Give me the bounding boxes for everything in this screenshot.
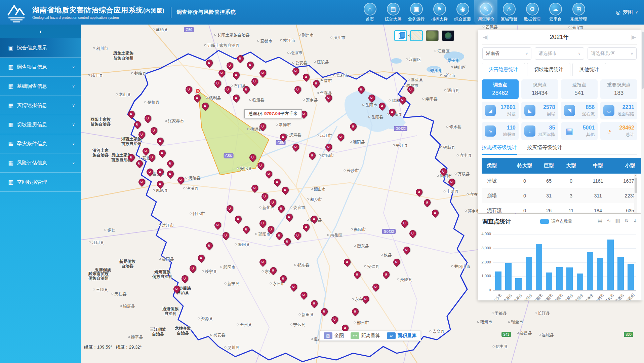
prev-year-arrow-icon[interactable]: ◀ xyxy=(482,34,489,41)
scroll-up-icon[interactable]: ▲ xyxy=(634,174,637,177)
nav-系统管理[interactable]: ⊞系统管理 xyxy=(567,0,590,25)
nav-云平台[interactable]: ☁云平台 xyxy=(544,0,567,25)
summary-value: 183 xyxy=(614,90,623,97)
panel-scrollbar[interactable] xyxy=(641,30,644,300)
street-basemap-thumb[interactable] xyxy=(410,30,423,41)
sidebar-item-切坡建房信息[interactable]: ▦切坡建房信息∨ xyxy=(0,115,81,134)
stat-subtabs: 按规模等级统计按灾情等级统计 xyxy=(482,144,637,155)
chevron-down-icon: ∨ xyxy=(525,51,528,56)
region-select[interactable]: 请选择市∨ xyxy=(535,47,584,60)
bar-怀化市[interactable] xyxy=(607,240,614,290)
map-place-label: 侗族自治州 xyxy=(88,276,109,281)
map-place-label: 平江县 xyxy=(393,143,408,148)
bar-郴州市[interactable] xyxy=(587,252,593,290)
sidebar-item-风险评估信息[interactable]: ▦风险评估信息∨ xyxy=(0,153,81,173)
nav-综合大屏[interactable]: ▤综合大屏 xyxy=(381,0,405,25)
table-scrollbar[interactable]: ▲ ▼ xyxy=(634,174,637,213)
x-axis-label: 郴州市 xyxy=(583,293,595,300)
map-place-label: 郴州市 xyxy=(354,320,369,326)
subtab-按规模等级统计[interactable]: 按规模等级统计 xyxy=(482,144,517,155)
map-place-label: 苗族自治州 xyxy=(121,141,142,147)
nav-区域预警[interactable]: ⚠区域预警 xyxy=(497,0,521,25)
summary-card-重要隐患点[interactable]: 重要隐患点183 xyxy=(600,79,637,99)
bar-永州市[interactable] xyxy=(597,258,603,290)
bar-湘西州[interactable] xyxy=(628,264,634,290)
sidebar-item-灾情速报信息[interactable]: ▦灾情速报信息∨ xyxy=(0,96,81,115)
app-title: 湖南省地质灾害防治综合应用系统 xyxy=(32,6,143,14)
map-tool-距离量算[interactable]: ⊶距离量算 xyxy=(351,332,380,339)
nav-首页[interactable]: ⌂首页 xyxy=(358,0,381,25)
bar-常德市[interactable] xyxy=(556,267,563,290)
subsystem-title: 调查评价与风险管控系统 xyxy=(177,9,236,15)
region-select[interactable]: 湖南省∨ xyxy=(482,47,531,60)
nav-label: 业务运行 xyxy=(408,16,425,22)
summary-value: 18434 xyxy=(532,90,548,97)
ground-collapse-icon: ◡ xyxy=(603,105,614,116)
sidebar-item-综合信息展示[interactable]: ▣综合信息展示 xyxy=(0,38,81,58)
sidebar-item-调查项目信息[interactable]: ▦调查项目信息∨ xyxy=(0,58,81,77)
select-value: 请选择县/区 xyxy=(591,50,615,57)
bar-岳阳市[interactable] xyxy=(546,273,552,290)
summary-card-调查点[interactable]: 调查点28462 xyxy=(482,79,519,99)
nav-label: 区域预警 xyxy=(501,16,518,22)
scale-stat-table: 类型特大型巨型大型中型小型 滑坡0650116116375崩塌031331122… xyxy=(482,158,637,213)
map-tool-全图[interactable]: ▧全图 xyxy=(324,332,344,339)
summary-cards: 调查点28462隐患点18434速报点541重要隐患点183 xyxy=(482,79,637,99)
tab-切坡建房统计[interactable]: 切坡建房统计 xyxy=(527,63,570,76)
bar-长沙市[interactable] xyxy=(495,271,501,290)
subtab-按灾情等级统计[interactable]: 按灾情等级统计 xyxy=(527,144,562,155)
satellite-basemap-thumb[interactable] xyxy=(426,30,439,41)
table-row: 滑坡0650116116375 xyxy=(482,174,637,188)
chevron-down-icon: ∨ xyxy=(578,51,581,56)
map-place-label: 江夏区 xyxy=(435,48,450,54)
sidebar-item-label: 灾情速报信息 xyxy=(17,102,47,109)
nav-数据管理[interactable]: ⚙数据管理 xyxy=(521,0,544,25)
bar-株洲市[interactable] xyxy=(505,263,512,290)
summary-card-隐患点[interactable]: 隐患点18434 xyxy=(521,79,558,99)
map-tool-面积量算[interactable]: ▱面积量算 xyxy=(387,332,416,339)
bar-娄底市[interactable] xyxy=(617,257,624,290)
region-select[interactable]: 请选择县/区∨ xyxy=(588,47,637,60)
nav-业务运行[interactable]: ▣业务运行 xyxy=(405,0,428,25)
sidebar-collapse-button[interactable]: ‹ xyxy=(0,25,81,38)
nav-综合监测[interactable]: ◉综合监测 xyxy=(451,0,474,25)
hazard-value: 5001 xyxy=(583,125,595,131)
chevron-down-icon: ∨ xyxy=(72,122,75,127)
bar-张家界市[interactable] xyxy=(566,267,573,290)
nav-调查评价[interactable]: ✎调查评价 xyxy=(474,0,497,25)
sidebar-item-空间数据管理[interactable]: ▦空间数据管理 xyxy=(0,173,81,192)
sidebar-item-孕灾条件信息[interactable]: ▦孕灾条件信息∨ xyxy=(0,134,81,153)
dark-basemap-thumb[interactable] xyxy=(442,30,454,41)
bar-衡阳市[interactable] xyxy=(526,257,532,290)
map-place-label: 利川市 xyxy=(93,46,108,51)
nav-label: 综合大屏 xyxy=(385,16,402,22)
bar-益阳市[interactable] xyxy=(577,274,583,290)
tab-灾害隐患统计[interactable]: 灾害隐患统计 xyxy=(482,63,525,76)
hazard-value: 856 xyxy=(582,104,595,110)
bar-邵阳市[interactable] xyxy=(536,244,542,290)
region-select-row: 湖南省∨请选择市∨请选择县/区∨ xyxy=(482,45,637,62)
next-year-arrow-icon[interactable]: ▶ xyxy=(630,34,637,41)
map-place-label: 井冈山市 xyxy=(451,264,471,269)
user-block[interactable]: ◎ 梦图 ∨ xyxy=(616,0,638,25)
summary-card-速报点[interactable]: 速报点541 xyxy=(561,79,598,99)
map-place-label: 洪江市 xyxy=(159,223,174,228)
map-place-label: 怀化市 xyxy=(190,211,205,217)
chevron-down-icon: ∨ xyxy=(631,51,633,56)
nav-label: 首页 xyxy=(366,16,374,22)
debris-flow-icon: ◥ xyxy=(564,105,575,116)
map-place-label: 湘阴县 xyxy=(350,139,365,145)
sidebar-item-基础调查信息[interactable]: ▦基础调查信息∨ xyxy=(0,77,81,96)
measure-close-icon[interactable]: ✕ xyxy=(195,88,201,94)
map-place-label: 天柱县 xyxy=(112,291,127,297)
fullmap-icon: ▧ xyxy=(324,332,332,339)
nav-指挥支撑[interactable]: ⚑指挥支撑 xyxy=(428,0,451,25)
bar-湘潭市[interactable] xyxy=(515,278,522,290)
map-place-label: 沅江市 xyxy=(317,133,332,139)
tab-其他统计[interactable]: 其他统计 xyxy=(572,63,606,76)
layers-button[interactable] xyxy=(394,30,407,41)
x-axis-label: 永州市 xyxy=(594,293,605,300)
map-place-label: 武冈市 xyxy=(220,264,236,270)
cloud-icon: ☁ xyxy=(549,3,562,15)
map-place-label: 灵川县 xyxy=(225,345,240,351)
